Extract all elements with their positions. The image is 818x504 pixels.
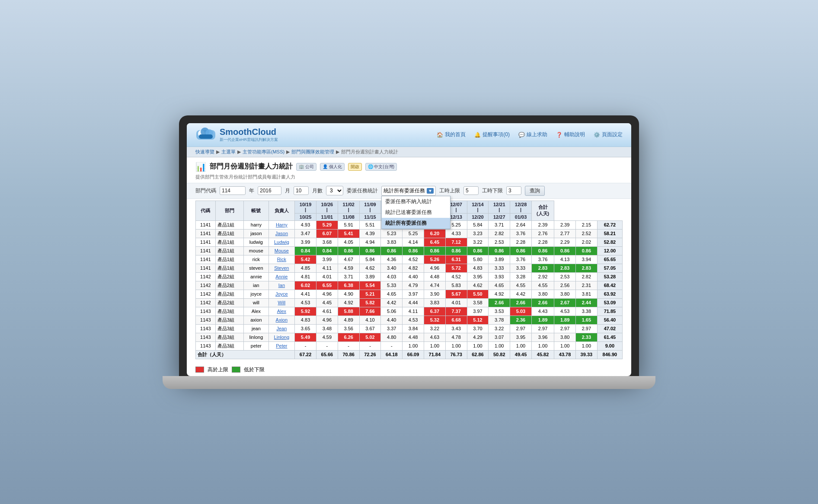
legend-high-label: 高於上限 — [208, 366, 228, 373]
task-option-0[interactable]: 委派任務不納入統計 — [382, 196, 450, 207]
cell-val: 3.58 — [467, 298, 489, 307]
cell-val: 2.36 — [510, 316, 532, 324]
cell-val: 3.70 — [467, 324, 489, 333]
logo-subtitle: 新一代企業eHR雲端訊判解決方案 — [220, 137, 278, 143]
task-option-2[interactable]: 統計所有委派任務 — [382, 218, 450, 229]
task-label: 委派任務統計 — [347, 187, 378, 195]
cell-name[interactable]: Rick — [268, 255, 295, 264]
upper-limit-input[interactable] — [463, 186, 479, 195]
task-option-1[interactable]: 統計已送審委派任務 — [382, 207, 450, 218]
cell-name[interactable]: Steven — [268, 264, 295, 272]
bc-mss[interactable]: 主管功能專區(MSS) — [243, 149, 284, 155]
cell-val: 3.76 — [510, 255, 532, 264]
cell-val: 3.76 — [510, 229, 532, 238]
table-row: 1142產品2組joyceJoyce4.414.964.905.214.653.… — [196, 290, 623, 298]
query-button[interactable]: 查詢 — [525, 186, 545, 196]
bc-team[interactable]: 部門與團隊效能管理 — [291, 149, 334, 155]
cell-name[interactable]: Jason — [268, 229, 295, 238]
cell-val: 2.53 — [554, 272, 576, 281]
cell-val: 4.59 — [338, 264, 359, 272]
cell-val: 3.38 — [575, 307, 597, 316]
cell-val: 4.89 — [338, 316, 359, 324]
cell-name[interactable]: Will — [268, 298, 295, 307]
cell-val: 0.84 — [316, 246, 338, 255]
th-w11: 12/28| — [510, 201, 532, 213]
cell-val: 7.12 — [445, 238, 467, 246]
lower-limit-input[interactable] — [506, 186, 521, 195]
cell-total: 53.09 — [597, 298, 622, 307]
cell-account: mouse — [244, 246, 268, 255]
cell-val: 4.96 — [424, 264, 445, 272]
cell-dept: 產品3組 — [215, 333, 244, 341]
cell-val: 4.81 — [295, 272, 316, 281]
nav-help[interactable]: ❓ 輔助說明 — [556, 131, 585, 138]
cell-val: 0.86 — [467, 246, 489, 255]
cell-name[interactable]: Linlong — [268, 333, 295, 341]
nav-settings[interactable]: ⚙️ 頁面設定 — [594, 131, 623, 138]
cell-val: 1.65 — [575, 316, 597, 324]
th-w3b: 11/08 — [338, 213, 359, 220]
cell-val: 2.92 — [531, 272, 554, 281]
cell-val: 5.83 — [445, 281, 467, 290]
page-title: 部門月份週別計畫人力統計 — [210, 162, 293, 171]
table-row: 1141產品1組jasonJason3.476.075.414.395.235.… — [196, 229, 623, 238]
cell-val: 1.00 — [575, 341, 597, 350]
cell-name[interactable]: Annie — [268, 272, 295, 281]
legend-low-label: 低於下限 — [244, 366, 265, 373]
nav-help-online[interactable]: 💬 線上求助 — [518, 131, 547, 138]
cell-code: 1143 — [196, 307, 216, 316]
cell-val: 1.00 — [424, 341, 445, 350]
cell-name[interactable]: Joyce — [268, 290, 295, 298]
year-label: 年 — [249, 187, 254, 195]
cell-val: 4.79 — [403, 281, 424, 290]
cell-val: 3.22 — [424, 324, 445, 333]
cell-name[interactable]: Ludwig — [268, 238, 295, 246]
cell-total: 61.45 — [597, 333, 622, 341]
cell-val: 3.76 — [531, 255, 554, 264]
nav-reminder[interactable]: 🔔 提醒事項(0) — [474, 131, 510, 138]
cell-name[interactable]: Axion — [268, 316, 295, 324]
nav-home[interactable]: 🏠 我的首頁 — [437, 131, 466, 138]
months-select[interactable]: 3126 — [326, 186, 343, 195]
cell-val: 3.47 — [295, 229, 316, 238]
cell-name[interactable]: Jean — [268, 324, 295, 333]
th-dept: 部門 — [215, 201, 244, 220]
cell-total: 63.92 — [597, 290, 622, 298]
month-input[interactable] — [294, 186, 309, 195]
bc-quick[interactable]: 快速導覽 — [195, 149, 214, 155]
cell-val: 5.84 — [359, 255, 381, 264]
nav-reminder-label: 提醒事項(0) — [482, 131, 510, 138]
cell-val: 4.01 — [445, 298, 467, 307]
cell-val: 3.95 — [467, 272, 489, 281]
cell-val: 4.42 — [510, 290, 532, 298]
cell-name[interactable]: Alex — [268, 307, 295, 316]
legend-red-box — [195, 367, 204, 373]
cell-name[interactable]: Mouse — [268, 246, 295, 255]
cell-total: 58.21 — [597, 229, 622, 238]
bc-main-menu[interactable]: 主選單 — [221, 149, 236, 155]
cell-dept: 產品2組 — [215, 298, 244, 307]
cell-val: 2.66 — [510, 298, 532, 307]
cell-val: 4.93 — [295, 220, 316, 229]
cell-account: ludwig — [244, 238, 268, 246]
cell-val: - — [381, 341, 403, 350]
cell-val: 4.83 — [295, 316, 316, 324]
cell-val: 4.83 — [467, 264, 489, 272]
cell-name[interactable]: Harry — [268, 220, 295, 229]
cell-val: 4.05 — [338, 238, 359, 246]
cell-code: 1141 — [196, 264, 216, 272]
cell-val: 4.13 — [554, 255, 576, 264]
cell-dept: 產品3組 — [215, 316, 244, 324]
year-input[interactable] — [258, 186, 281, 195]
cell-val: 2.83 — [554, 264, 576, 272]
task-dropdown-trigger[interactable]: 統計所有委派任務 ▼ — [381, 186, 436, 196]
cell-dept: 產品3組 — [215, 341, 244, 350]
table-row: 1143產品3組AlexAlex5.924.615.887.665.064.11… — [196, 307, 623, 316]
cell-name[interactable]: Ian — [268, 281, 295, 290]
total-val-10: 49.45 — [510, 350, 532, 359]
cell-val: 3.37 — [381, 324, 403, 333]
dept-code-input[interactable] — [220, 186, 246, 195]
cell-val: 4.03 — [381, 272, 403, 281]
cell-name[interactable]: Peter — [268, 341, 295, 350]
cell-val: 4.65 — [381, 290, 403, 298]
